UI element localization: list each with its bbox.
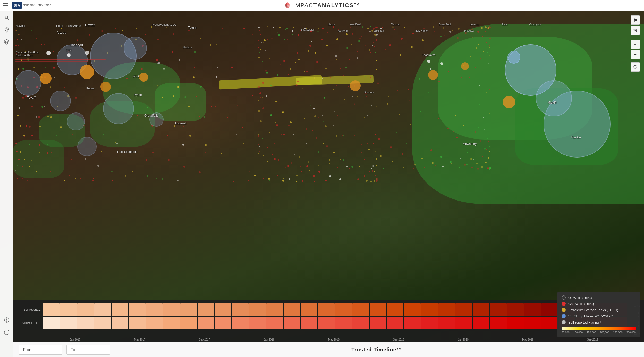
heatmap-cell-0-13[interactable]: [266, 303, 283, 316]
heatmap-cell-1-14[interactable]: [284, 317, 300, 329]
heatmap-cell-1-22[interactable]: [421, 317, 438, 329]
heatmap-cell-0-25[interactable]: [473, 303, 489, 316]
heatmap-cell-0-17[interactable]: [335, 303, 352, 316]
heatmap-cell-1-10[interactable]: [215, 317, 232, 329]
map-clear-btn[interactable]: [631, 26, 640, 35]
from-input[interactable]: From: [19, 345, 62, 355]
heatmap-cell-1-5[interactable]: [129, 317, 146, 329]
heatmap-cell-0-29[interactable]: [541, 303, 558, 316]
timeline-bars-self[interactable]: [43, 303, 627, 316]
flare-streak-3: [15, 63, 75, 63]
heatmap-cell-1-28[interactable]: [524, 317, 541, 329]
center-logo: IMPACTANALYTICS™: [284, 2, 360, 9]
heatmap-cell-1-20[interactable]: [387, 317, 403, 329]
heatmap-cell-0-14[interactable]: [284, 303, 300, 316]
heatmap-cell-1-6[interactable]: [146, 317, 163, 329]
heatmap-cell-0-11[interactable]: [232, 303, 249, 316]
heatmap-cell-0-24[interactable]: [455, 303, 472, 316]
heatmap-cell-0-12[interactable]: [249, 303, 266, 316]
svg-point-10: [6, 319, 7, 320]
map-zoom-out-btn[interactable]: −: [631, 50, 640, 59]
map-label-preservation: Preservation ACEC: [152, 23, 176, 26]
right-controls: ⚑ + −: [631, 15, 640, 72]
sidebar-btn-compass[interactable]: [2, 315, 12, 325]
heatmap-cell-1-1[interactable]: [60, 317, 77, 329]
heatmap-cell-0-7[interactable]: [163, 303, 180, 316]
sidebar-btn-profile[interactable]: [2, 13, 12, 23]
heatmap-cell-1-15[interactable]: [301, 317, 317, 329]
heatmap-cell-0-23[interactable]: [438, 303, 455, 316]
heatmap-cell-1-2[interactable]: [77, 317, 94, 329]
heatmap-cell-0-26[interactable]: [490, 303, 507, 316]
sa-logo-box: S|A: [12, 2, 22, 9]
map-label-imperial: Imperial: [175, 121, 186, 125]
legend-label-viirs: VIIRS Top Flares 2017-2019 *: [568, 314, 613, 318]
map-reset-btn[interactable]: [631, 62, 640, 72]
heatmap-cell-1-0[interactable]: [43, 317, 60, 329]
heatmap-cell-0-22[interactable]: [421, 303, 438, 316]
heatmap-cell-0-3[interactable]: [94, 303, 111, 316]
bubble-8: [50, 91, 71, 111]
map-label-mayhill: Mayhill: [16, 24, 25, 27]
heatmap-cell-0-16[interactable]: [318, 303, 335, 316]
heatmap-cell-0-18[interactable]: [352, 303, 369, 316]
timeline-bars-viirs[interactable]: [43, 317, 627, 329]
heatmap-cell-1-26[interactable]: [490, 317, 507, 329]
heatmap-cell-0-27[interactable]: [507, 303, 524, 316]
heatmap-cell-1-21[interactable]: [404, 317, 421, 329]
x-label-3: Jan 2018: [237, 338, 301, 341]
heatmap-cell-1-9[interactable]: [198, 317, 214, 329]
hamburger-icon[interactable]: [3, 3, 8, 7]
map-label-wolfforth: Wolfforth: [337, 29, 348, 32]
app-container: S|A SPHERICAL ANALYTICS IMPACTANALYTICS™: [0, 0, 644, 357]
heatmap-cell-1-17[interactable]: [335, 317, 352, 329]
map-label-cnn: CNN: [66, 49, 71, 52]
heatmap-cell-0-4[interactable]: [112, 303, 128, 316]
heatmap-cell-1-16[interactable]: [318, 317, 335, 329]
heatmap-cell-1-18[interactable]: [352, 317, 369, 329]
map-label-carlsbad-caverns: Carlsbad CavernsNational Park: [16, 51, 39, 57]
heatmap-cell-0-10[interactable]: [215, 303, 232, 316]
heatmap-cell-1-13[interactable]: [266, 317, 283, 329]
map-flag-btn[interactable]: ⚑: [631, 15, 640, 25]
heatmap-cell-0-20[interactable]: [387, 303, 403, 316]
heatmap-cell-0-6[interactable]: [146, 303, 163, 316]
heatmap-cell-1-25[interactable]: [473, 317, 489, 329]
heatmap-cell-1-4[interactable]: [112, 317, 128, 329]
map-label-brownfield: Brownfield: [439, 23, 451, 26]
white-dot-2: [67, 53, 71, 57]
heatmap-cell-0-19[interactable]: [370, 303, 386, 316]
heatmap-cell-0-15[interactable]: [301, 303, 317, 316]
header-logo-left: S|A SPHERICAL ANALYTICS: [0, 0, 54, 11]
heatmap-cell-1-12[interactable]: [249, 317, 266, 329]
to-input[interactable]: To: [66, 345, 110, 355]
heatmap-cell-0-5[interactable]: [129, 303, 146, 316]
heatmap-cell-1-29[interactable]: [541, 317, 558, 329]
map-label-jal: Jal: [156, 61, 160, 65]
heatmap-cell-0-9[interactable]: [198, 303, 214, 316]
sidebar-btn-circle[interactable]: [2, 327, 12, 337]
heatmap-cell-0-0[interactable]: [43, 303, 60, 316]
heatmap-cell-1-24[interactable]: [455, 317, 472, 329]
header: S|A SPHERICAL ANALYTICS IMPACTANALYTICS™: [0, 0, 644, 11]
heatmap-cell-1-11[interactable]: [232, 317, 249, 329]
map-zoom-in-btn[interactable]: +: [631, 40, 640, 49]
heatmap-cell-1-19[interactable]: [370, 317, 386, 329]
sidebar-btn-location[interactable]: [2, 25, 12, 35]
bubble-6: [124, 37, 147, 60]
heatmap-cell-1-8[interactable]: [180, 317, 197, 329]
white-dot-cluster: [46, 51, 51, 55]
timeline-row-label-self: Self-reporte...: [18, 308, 41, 311]
heatmap-cell-0-8[interactable]: [180, 303, 197, 316]
heatmap-cell-1-3[interactable]: [94, 317, 111, 329]
heatmap-cell-1-7[interactable]: [163, 317, 180, 329]
map-label-toyah: Toyah: [27, 96, 35, 99]
orange-dot-3: [100, 82, 111, 92]
heatmap-cell-0-2[interactable]: [77, 303, 94, 316]
heatmap-cell-1-27[interactable]: [507, 317, 524, 329]
heatmap-cell-0-28[interactable]: [524, 303, 541, 316]
heatmap-cell-0-1[interactable]: [60, 303, 77, 316]
heatmap-cell-1-23[interactable]: [438, 317, 455, 329]
sidebar-btn-layers[interactable]: [2, 37, 12, 47]
heatmap-cell-0-21[interactable]: [404, 303, 421, 316]
